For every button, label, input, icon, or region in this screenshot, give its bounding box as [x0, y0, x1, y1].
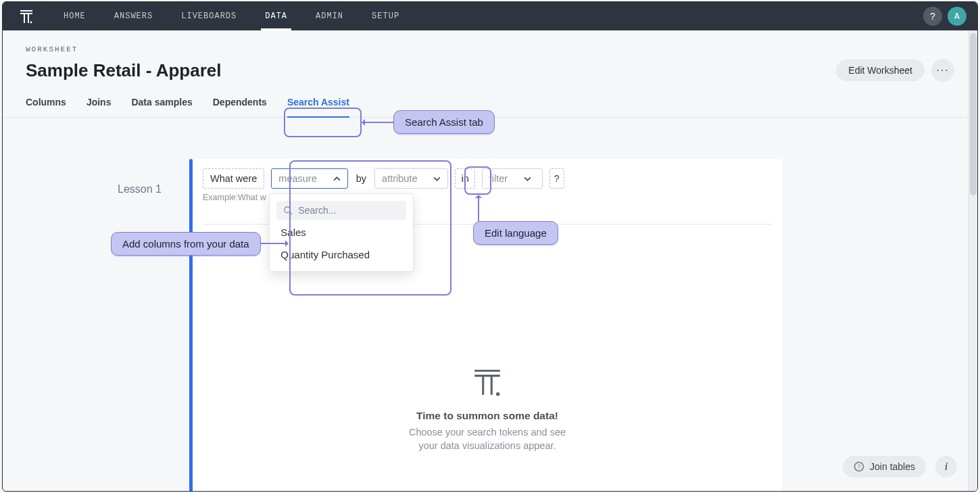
main-nav: HOME ANSWERS LIVEBOARDS DATA ADMIN SETUP — [59, 2, 403, 30]
token-in[interactable]: in — [455, 168, 474, 189]
attribute-select[interactable]: attribute — [374, 168, 448, 189]
app-logo-icon — [18, 7, 35, 25]
floating-actions: ? Join tables i — [843, 456, 957, 477]
measure-dropdown: Search... Sales Quantity Purchased — [269, 193, 414, 272]
chevron-down-icon — [433, 175, 441, 183]
svg-point-5 — [285, 207, 291, 213]
arrow-to-dropdown — [260, 243, 287, 244]
filter-select-placeholder: filter — [489, 173, 508, 184]
lesson-rail — [189, 159, 193, 492]
nav-data[interactable]: DATA — [261, 2, 291, 30]
tab-search-assist[interactable]: Search Assist — [287, 97, 349, 117]
nav-answers[interactable]: ANSWERS — [110, 2, 157, 30]
nav-liveboards[interactable]: LIVEBOARDS — [177, 2, 241, 30]
callout-edit-language: Edit language — [473, 221, 558, 245]
join-tables-button[interactable]: ? Join tables — [843, 456, 926, 477]
chevron-down-icon — [524, 175, 531, 183]
chevron-up-icon — [333, 175, 341, 183]
nav-home[interactable]: HOME — [59, 2, 90, 30]
arrow-to-in-token — [478, 197, 479, 221]
empty-subtext: Choose your search tokens and see your d… — [399, 426, 575, 452]
scrollbar[interactable] — [968, 30, 977, 491]
help-button[interactable]: ? — [923, 7, 942, 26]
nav-admin[interactable]: ADMIN — [312, 2, 347, 30]
svg-line-6 — [290, 212, 293, 215]
empty-headline: Time to summon some data! — [416, 410, 558, 422]
measure-select[interactable]: measure Search... Sa — [271, 168, 347, 189]
page-title: Sample Retail - Apparel — [26, 60, 221, 81]
token-prefix[interactable]: What were — [203, 168, 264, 189]
main-area: Lesson 1 What were measure — [3, 137, 968, 491]
attribute-select-placeholder: attribute — [382, 173, 417, 184]
app-logo-large-icon — [470, 367, 505, 398]
callout-add-columns: Add columns from your data — [111, 232, 261, 256]
edit-worksheet-button[interactable]: Edit Worksheet — [836, 60, 925, 81]
scrollbar-thumb[interactable] — [970, 33, 977, 195]
help-circle-icon: ? — [854, 461, 864, 472]
tab-data-samples[interactable]: Data samples — [131, 97, 192, 117]
svg-point-11 — [496, 392, 499, 396]
tab-dependents[interactable]: Dependents — [213, 97, 267, 117]
filter-select[interactable]: filter — [482, 168, 543, 189]
breadcrumb: WORKSHEET — [26, 45, 954, 53]
search-icon — [283, 206, 293, 215]
lesson-panel: What were measure Search. — [192, 159, 783, 492]
token-question[interactable]: ? — [549, 168, 564, 189]
tab-joins[interactable]: Joins — [87, 97, 112, 117]
token-row: What were measure Search. — [203, 168, 772, 189]
empty-state: Time to summon some data! Choose your se… — [203, 367, 772, 452]
info-button[interactable]: i — [935, 456, 957, 477]
dropdown-option-quantity[interactable]: Quantity Purchased — [276, 242, 406, 264]
svg-point-4 — [30, 22, 32, 24]
tab-columns[interactable]: Columns — [26, 97, 66, 117]
topbar: HOME ANSWERS LIVEBOARDS DATA ADMIN SETUP… — [3, 2, 977, 30]
by-word: by — [355, 173, 368, 184]
dropdown-option-sales[interactable]: Sales — [276, 220, 406, 242]
measure-select-placeholder: measure — [278, 173, 316, 184]
lesson-label: Lesson 1 — [118, 183, 162, 195]
callout-search-assist-tab: Search Assist tab — [393, 110, 495, 134]
nav-setup[interactable]: SETUP — [368, 2, 403, 30]
page-header: WORKSHEET Sample Retail - Apparel Edit W… — [3, 30, 977, 82]
dropdown-search[interactable]: Search... — [276, 201, 406, 220]
dropdown-search-placeholder: Search... — [298, 205, 336, 216]
join-tables-label: Join tables — [870, 461, 915, 472]
arrow-to-tab — [364, 122, 393, 123]
more-menu-button[interactable]: ··· — [931, 59, 954, 82]
svg-text:?: ? — [858, 463, 861, 470]
avatar[interactable]: A — [948, 7, 966, 26]
